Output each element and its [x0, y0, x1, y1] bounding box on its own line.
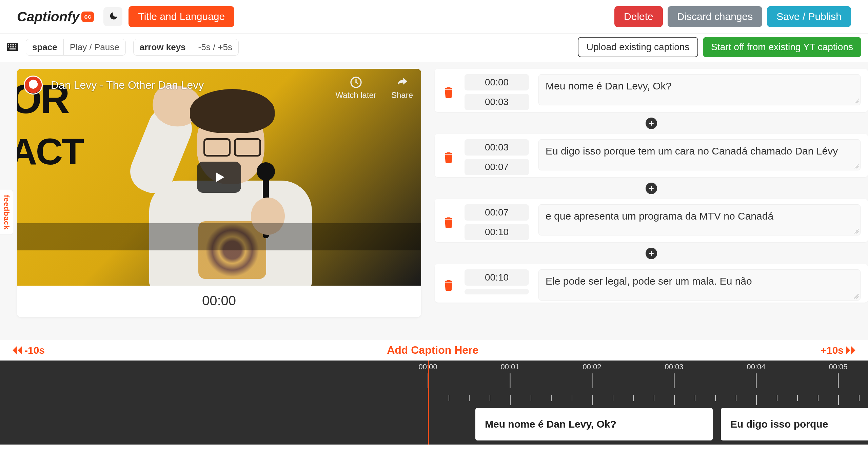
- start-time[interactable]: 00:07: [465, 204, 529, 221]
- timeline-caption-block[interactable]: Meu nome é Dan Levy, Ok?: [475, 408, 713, 440]
- watch-later-button[interactable]: Watch later: [335, 76, 376, 100]
- timeline-tick: 00:05: [829, 361, 847, 388]
- delete-button[interactable]: Delete: [614, 6, 663, 27]
- time-stack: 00:10: [465, 269, 529, 294]
- shortcut-desc: -5s / +5s: [192, 39, 238, 55]
- timeline-minor-tick: [715, 395, 716, 401]
- add-caption-button[interactable]: [646, 248, 657, 259]
- shortcut-arrows: arrow keys -5s / +5s: [133, 39, 239, 56]
- add-caption-between: [435, 246, 868, 264]
- timeline-minor-tick: [510, 395, 511, 405]
- timeline-minor-tick: [674, 395, 675, 405]
- shortcut-desc: Play / Pause: [64, 39, 125, 55]
- caption-column: 00:0000:03Meu nome é Dan Levy, Ok?00:030…: [431, 69, 868, 340]
- timeline-minor-tick: [859, 395, 860, 401]
- delete-caption-button[interactable]: [442, 150, 455, 164]
- timeline-minor-tick: [592, 395, 593, 405]
- svg-rect-3: [12, 44, 13, 45]
- header-actions: Delete Discard changes Save / Publish: [614, 6, 851, 27]
- timeline[interactable]: 00:0000:0100:0200:0300:0400:05 Meu nome …: [0, 361, 868, 445]
- timeline-minor-tick: [613, 395, 613, 401]
- back-10s-label: -10s: [24, 345, 45, 356]
- timeline-blocks: Meu nome é Dan Levy, Ok?Eu digo isso por…: [428, 408, 868, 440]
- time-stack: 00:0700:10: [465, 204, 529, 240]
- time-stack: 00:0000:03: [465, 74, 529, 110]
- svg-rect-7: [10, 46, 11, 47]
- header: Captionfy cc Title and Language Delete D…: [0, 0, 868, 33]
- shortcut-key: space: [26, 39, 64, 55]
- timeline-minor-tick: [756, 395, 757, 405]
- clock-icon: [349, 76, 363, 89]
- back-10s-button[interactable]: -10s: [12, 345, 45, 356]
- channel-avatar[interactable]: [24, 76, 43, 95]
- delete-caption-button[interactable]: [442, 215, 455, 229]
- title-language-button[interactable]: Title and Language: [129, 6, 234, 27]
- video-current-time: 00:00: [17, 286, 421, 317]
- theme-toggle-button[interactable]: [103, 7, 122, 26]
- caption-row: 00:0700:10e que apresenta um programa da…: [435, 199, 868, 242]
- timeline-tick: 00:04: [747, 361, 765, 388]
- add-caption-button[interactable]: [646, 118, 657, 129]
- end-time[interactable]: 00:10: [465, 224, 529, 240]
- video-title[interactable]: Dan Levy - The Other Dan Levy: [51, 79, 204, 91]
- tick-label: 00:02: [583, 361, 601, 371]
- end-time[interactable]: [465, 289, 529, 294]
- timeline-tick: 00:03: [665, 361, 683, 388]
- timeline-tick: 00:01: [500, 361, 519, 388]
- save-publish-button[interactable]: Save / Publish: [767, 6, 851, 27]
- add-caption-here-button[interactable]: Add Caption Here: [387, 344, 478, 356]
- caption-text-input[interactable]: e que apresenta um programa da MTV no Ca…: [538, 204, 861, 235]
- start-time[interactable]: 00:10: [465, 269, 529, 286]
- double-chevron-right-icon: [846, 346, 856, 355]
- add-caption-between: [435, 116, 868, 134]
- timeline-minor-tick: [695, 395, 695, 401]
- svg-rect-8: [12, 46, 13, 47]
- delete-caption-button[interactable]: [442, 85, 455, 99]
- video-card: OR ACT Dan Levy - The Other Dan Levy: [17, 69, 421, 317]
- moon-icon: [108, 12, 118, 22]
- timeline-minor-tick: [777, 395, 777, 401]
- video-column: OR ACT Dan Levy - The Other Dan Levy: [0, 69, 431, 340]
- timeline-minor-tick: [838, 395, 839, 405]
- feedback-tab[interactable]: feedback: [0, 190, 13, 235]
- add-caption-between: [435, 181, 868, 199]
- shortcut-key: arrow keys: [134, 39, 192, 55]
- add-caption-button[interactable]: [646, 183, 657, 194]
- caption-text-input[interactable]: Eu digo isso porque tem um cara no Canad…: [538, 139, 861, 170]
- watch-later-label: Watch later: [335, 90, 376, 100]
- main: OR ACT Dan Levy - The Other Dan Levy: [0, 62, 868, 340]
- end-time[interactable]: 00:03: [465, 94, 529, 110]
- start-from-yt-button[interactable]: Start off from existing YT captions: [703, 37, 861, 57]
- discard-button[interactable]: Discard changes: [668, 6, 762, 27]
- timeline-minor-tick: [469, 395, 470, 401]
- upload-captions-button[interactable]: Upload existing captions: [578, 37, 698, 57]
- plus-icon: [648, 250, 654, 256]
- caption-text-input[interactable]: Ele pode ser legal, pode ser um mala. Eu…: [538, 269, 861, 301]
- timeline-minor-tick: [449, 395, 449, 401]
- video-player[interactable]: OR ACT Dan Levy - The Other Dan Levy: [17, 69, 421, 286]
- share-label: Share: [391, 90, 413, 100]
- start-time[interactable]: 00:03: [465, 139, 529, 156]
- share-icon: [395, 76, 409, 89]
- shortcut-space: space Play / Pause: [26, 39, 126, 56]
- logo[interactable]: Captionfy cc: [17, 9, 94, 24]
- play-button[interactable]: [197, 162, 241, 193]
- end-time[interactable]: 00:07: [465, 159, 529, 175]
- delete-caption-button[interactable]: [442, 278, 455, 292]
- caption-row: 00:10Ele pode ser legal, pode ser um mal…: [435, 264, 868, 303]
- timeline-minor-ticks: [428, 395, 868, 405]
- tick-label: 00:01: [500, 361, 519, 371]
- forward-10s-button[interactable]: +10s: [821, 345, 856, 356]
- timeline-caption-block[interactable]: Eu digo isso porque: [721, 408, 868, 440]
- timeline-controls: -10s Add Caption Here +10s: [0, 340, 868, 361]
- share-button[interactable]: Share: [391, 76, 413, 100]
- caption-text-input[interactable]: Meu nome é Dan Levy, Ok?: [538, 74, 861, 105]
- start-time[interactable]: 00:00: [465, 74, 529, 90]
- timeline-minor-tick: [490, 395, 490, 401]
- video-bg-decor: ACT: [17, 130, 83, 173]
- caption-text-wrap: Ele pode ser legal, pode ser um mala. Eu…: [538, 269, 861, 301]
- playhead[interactable]: [428, 361, 429, 445]
- caption-text-wrap: e que apresenta um programa da MTV no Ca…: [538, 204, 861, 235]
- footer: -10s Add Caption Here +10s 00:0000:0100:…: [0, 340, 868, 445]
- timeline-minor-tick: [551, 395, 552, 401]
